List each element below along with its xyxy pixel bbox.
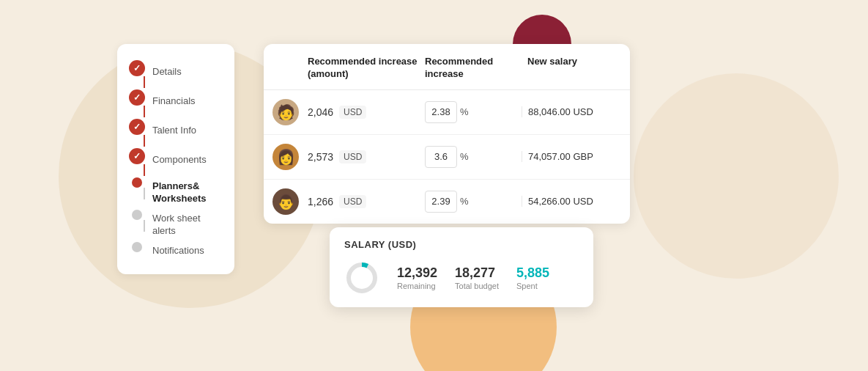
sidebar-label-worksheet-alerts: Work sheet alerts	[152, 208, 223, 240]
connector	[144, 135, 145, 147]
sidebar-label-details: Details	[152, 59, 182, 81]
connector-gray	[144, 188, 145, 199]
connector	[144, 106, 145, 117]
avatar: 👨	[272, 188, 299, 215]
connector-gray	[144, 220, 145, 232]
percent-cell[interactable]: %	[419, 191, 522, 213]
sidebar-item-worksheet-alerts[interactable]: Work sheet alerts	[129, 208, 223, 240]
amount-value: 1,266	[308, 196, 333, 207]
remaining-label: Remaining	[397, 282, 437, 290]
percent-input[interactable]	[425, 101, 457, 123]
remaining-value: 12,392	[397, 265, 437, 281]
sidebar-item-notifications[interactable]: Notifications	[129, 240, 223, 260]
sidebar-label-financials: Financials	[152, 88, 196, 111]
amount-value: 2,046	[308, 106, 333, 118]
bg-circle-light-beige	[634, 73, 839, 279]
sidebar-item-details[interactable]: ✓ Details	[129, 59, 223, 88]
spent-value: 5,885	[516, 265, 549, 281]
avatar: 🧑	[272, 99, 299, 125]
inactive-dot-icon	[132, 242, 142, 252]
main-table-card: Recommended increase (amount) Recommende…	[264, 44, 630, 224]
completed-icon: ✓	[129, 119, 145, 135]
new-salary-value: 74,057.00 GBP	[522, 151, 615, 162]
amount-cell: 2,573 USD	[302, 150, 419, 164]
avatar: 👩	[272, 144, 299, 170]
stat-total: 18,277 Total budget	[455, 265, 499, 290]
completed-icon: ✓	[129, 148, 145, 164]
currency-badge: USD	[339, 195, 366, 208]
completed-icon: ✓	[129, 60, 145, 76]
summary-stats: 12,392 Remaining 18,277 Total budget 5,8…	[344, 260, 579, 295]
header-new-salary: New salary	[527, 56, 615, 81]
currency-badge: USD	[339, 106, 366, 119]
percent-sign: %	[460, 196, 469, 207]
active-dot-icon	[132, 177, 142, 188]
currency-badge: USD	[339, 150, 366, 164]
percent-cell[interactable]: %	[419, 101, 522, 123]
sidebar-item-components[interactable]: ✓ Components	[129, 147, 223, 176]
inactive-dot-icon	[132, 210, 142, 220]
sidebar-item-talent-info[interactable]: ✓ Talent Info	[129, 117, 223, 147]
table-row: 👨 1,266 USD % 54,266.00 USD	[264, 180, 630, 224]
sidebar-label-planners: Planners& Worksheets	[152, 176, 223, 208]
stat-remaining: 12,392 Remaining	[397, 265, 437, 290]
svg-point-0	[349, 265, 375, 291]
donut-chart	[344, 260, 379, 295]
stat-spent: 5,885 Spent	[516, 265, 549, 290]
header-rec-percent: Recommended increase	[425, 56, 527, 81]
completed-icon: ✓	[129, 89, 145, 106]
table-row: 👩 2,573 USD % 74,057.00 GBP	[264, 135, 630, 180]
new-salary-value: 88,046.00 USD	[522, 106, 615, 117]
sidebar-label-notifications: Notifications	[152, 240, 204, 260]
sidebar-item-planners-worksheets[interactable]: Planners& Worksheets	[129, 176, 223, 208]
new-salary-value: 54,266.00 USD	[522, 196, 615, 207]
amount-value: 2,573	[308, 151, 333, 163]
percent-input[interactable]	[425, 146, 457, 168]
connector	[144, 76, 145, 88]
sidebar: ✓ Details ✓ Financials ✓ Talent Info ✓	[117, 44, 234, 274]
amount-cell: 2,046 USD	[302, 106, 419, 119]
amount-cell: 1,266 USD	[302, 195, 419, 208]
percent-input[interactable]	[425, 191, 457, 213]
percent-cell[interactable]: %	[419, 146, 522, 168]
summary-card: SALARY (USD) 12,392 Remaining 18,277 Tot…	[330, 227, 593, 307]
header-rec-amount: Recommended increase (amount)	[308, 56, 425, 81]
sidebar-label-talent-info: Talent Info	[152, 117, 196, 140]
total-label: Total budget	[455, 282, 499, 290]
percent-sign: %	[460, 151, 469, 162]
table-header: Recommended increase (amount) Recommende…	[264, 44, 630, 90]
connector	[144, 164, 145, 176]
sidebar-label-components: Components	[152, 147, 207, 169]
percent-sign: %	[460, 106, 469, 117]
table-row: 🧑 2,046 USD % 88,046.00 USD	[264, 90, 630, 135]
spent-label: Spent	[516, 282, 549, 290]
total-value: 18,277	[455, 265, 499, 281]
summary-title: SALARY (USD)	[344, 239, 579, 250]
sidebar-item-financials[interactable]: ✓ Financials	[129, 88, 223, 117]
